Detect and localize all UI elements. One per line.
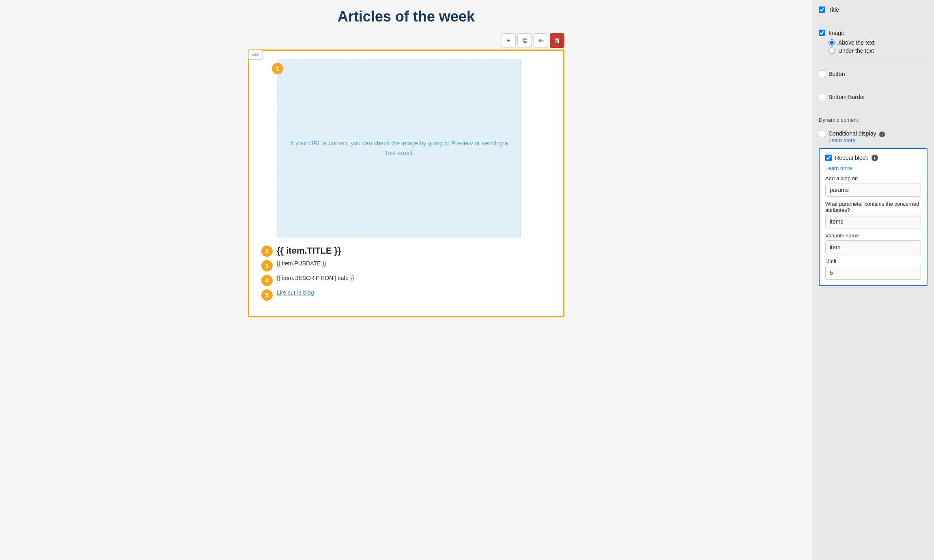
- bottom-border-row: Bottom Border: [819, 94, 928, 100]
- blog-link[interactable]: Lire sur le blog: [277, 289, 314, 296]
- conditional-display-section: Conditional display i Learn more: [819, 130, 928, 143]
- divider-4: [819, 110, 928, 110]
- date-row: 3 {{ item.PUBDATE }}: [261, 260, 551, 271]
- loop-field: Add a loop on: [825, 175, 921, 197]
- badge-2: 2: [261, 246, 273, 257]
- copy-button[interactable]: ⧉: [517, 33, 532, 48]
- edit-button[interactable]: ✏: [534, 33, 548, 48]
- image-placeholder-text: If your URL is correct, you can check th…: [286, 138, 512, 158]
- title-label: Title: [829, 6, 839, 13]
- image-position-group: Above the text Under the text: [829, 39, 928, 54]
- block-toolbar: + ⧉ ✏ 🗑: [501, 33, 564, 48]
- above-text-label: Above the text: [838, 39, 875, 46]
- variable-input[interactable]: [825, 240, 921, 254]
- repeat-block-checkbox[interactable]: [825, 155, 832, 161]
- link-row: 5 Lire sur le blog: [261, 289, 551, 301]
- right-panel: Title Image Above the text Under the tex…: [812, 0, 934, 560]
- dynamic-content-label: Dynamic content: [819, 117, 928, 123]
- title-row: Title: [819, 6, 928, 13]
- limit-input[interactable]: [825, 266, 921, 280]
- title-section: Title: [819, 6, 928, 16]
- under-text-row: Under the text: [829, 47, 928, 54]
- button-row: Button: [819, 71, 928, 77]
- image-section: 1 If your URL is correct, you can check …: [278, 59, 551, 237]
- conditional-info-icon[interactable]: i: [879, 131, 885, 137]
- image-placeholder: If your URL is correct, you can check th…: [278, 59, 521, 237]
- under-text-radio[interactable]: [829, 47, 835, 54]
- conditional-learn-more-link[interactable]: Learn more: [829, 137, 928, 143]
- variable-label: Variable name: [825, 233, 921, 239]
- badge-1: 1: [272, 63, 283, 74]
- delete-button[interactable]: 🗑: [550, 33, 564, 48]
- button-section: Button: [819, 71, 928, 80]
- under-text-label: Under the text: [838, 47, 874, 54]
- repeat-block-info-icon[interactable]: i: [872, 155, 878, 161]
- title-checkbox[interactable]: [819, 6, 825, 13]
- canvas-area: Articles of the week + ⧉ ✏ 🗑 </> 1 If yo…: [0, 0, 812, 560]
- conditional-row: Conditional display i: [819, 130, 928, 137]
- divider-3: [819, 87, 928, 87]
- add-button[interactable]: +: [501, 33, 516, 48]
- loop-input[interactable]: [825, 183, 921, 197]
- above-text-row: Above the text: [829, 39, 928, 46]
- param-label: What parameter contains the concerned at…: [825, 201, 921, 213]
- bottom-border-label: Bottom Border: [829, 94, 865, 100]
- conditional-checkbox[interactable]: [819, 131, 825, 137]
- above-text-radio[interactable]: [829, 39, 835, 46]
- page-title: Articles of the week: [8, 8, 804, 25]
- image-checkbox[interactable]: [819, 30, 825, 36]
- repeat-block-section: Repeat block i Learn more Add a loop on …: [819, 148, 928, 286]
- badge-4: 4: [261, 275, 273, 286]
- param-input[interactable]: [825, 215, 921, 228]
- bottom-border-section: Bottom Border: [819, 94, 928, 103]
- desc-template: {{ item.DESCRIPTION | safe }}: [277, 275, 354, 281]
- conditional-label: Conditional display i: [829, 130, 885, 137]
- desc-row: 4 {{ item.DESCRIPTION | safe }}: [261, 275, 551, 286]
- image-label: Image: [829, 30, 844, 36]
- title-template: {{ item.TITLE }}: [277, 246, 341, 256]
- button-label: Button: [829, 71, 845, 77]
- loop-label: Add a loop on: [825, 175, 921, 181]
- divider-1: [819, 23, 928, 23]
- repeat-block-header: Repeat block i: [825, 155, 921, 161]
- variable-field: Variable name: [825, 233, 921, 254]
- title-row: 2 {{ item.TITLE }}: [261, 246, 551, 257]
- limit-label: Limit: [825, 258, 921, 264]
- badge-5: 5: [261, 289, 273, 301]
- limit-field: Limit: [825, 258, 921, 280]
- content-block: </> 1 If your URL is correct, you can ch…: [248, 50, 564, 317]
- repeat-learn-more-link[interactable]: Learn more: [825, 165, 921, 171]
- date-template: {{ item.PUBDATE }}: [277, 260, 326, 267]
- divider-2: [819, 64, 928, 64]
- image-checkbox-row: Image: [819, 30, 928, 36]
- block-wrapper: + ⧉ ✏ 🗑 </> 1 If your URL is correct, yo…: [248, 50, 564, 317]
- button-checkbox[interactable]: [819, 71, 825, 77]
- bottom-border-checkbox[interactable]: [819, 94, 825, 100]
- param-field: What parameter contains the concerned at…: [825, 201, 921, 228]
- image-section-panel: Image Above the text Under the text: [819, 30, 928, 57]
- code-icon-button[interactable]: </>: [248, 50, 263, 60]
- badge-3: 3: [261, 260, 273, 271]
